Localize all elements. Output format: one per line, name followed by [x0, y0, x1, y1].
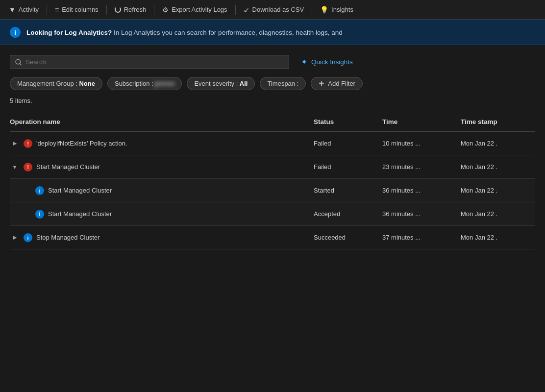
row-expand-icon-1[interactable]: ▶: [10, 139, 20, 148]
search-box[interactable]: [10, 55, 289, 69]
cell-status-3: Started: [310, 182, 378, 199]
filter-value-subscription: j••••••••: [155, 80, 174, 87]
add-filter-icon: [318, 80, 325, 87]
cell-operation-5: ▶ i Stop Managed Cluster: [10, 228, 310, 247]
toolbar-divider-3: [154, 5, 154, 15]
toolbar: ▼ Activity ≡ Edit columns Refresh ⚙ Expo…: [0, 0, 545, 20]
cell-operation-2: ▼ ! Start Managed Cluster: [10, 157, 310, 177]
cell-operation-1: ▶ ! 'deployIfNotExists' Policy action.: [10, 134, 310, 153]
operation-name-3: Start Managed Cluster: [48, 187, 112, 194]
download-icon: ↙: [244, 6, 249, 14]
info-icon: i: [10, 27, 21, 38]
table-header: Operation name Status Time Time stamp: [10, 112, 535, 132]
col-header-timestamp: Time stamp: [457, 116, 535, 127]
items-count: 5 items.: [10, 97, 535, 104]
toolbar-divider-4: [235, 5, 236, 15]
cell-timestamp-5: Mon Jan 22 .: [457, 229, 535, 246]
status-icon-error-2: !: [24, 163, 32, 172]
cell-status-5: Succeeded: [310, 229, 378, 246]
status-icon-error-1: !: [24, 139, 32, 148]
row-expand-icon-5[interactable]: ▶: [10, 233, 20, 243]
row-expand-icon-2[interactable]: ▼: [10, 162, 20, 172]
table-row[interactable]: ▶ i Stop Managed Cluster Succeeded 37 mi…: [10, 226, 535, 249]
info-banner: i Looking for Log Analytics? In Log Anal…: [0, 20, 545, 45]
cell-timestamp-4: Mon Jan 22 .: [457, 205, 535, 222]
operation-name-5: Stop Managed Cluster: [36, 234, 99, 241]
main-content: ✦ Quick Insights Management Group : None…: [0, 45, 545, 249]
cell-status-4: Accepted: [310, 205, 378, 222]
status-icon-info-4: i: [35, 210, 44, 219]
cell-time-1: 10 minutes ...: [378, 135, 457, 152]
toolbar-divider-1: [47, 5, 47, 15]
toolbar-item-activity[interactable]: ▼ Activity: [4, 4, 44, 16]
cell-time-2: 23 minutes ...: [378, 158, 457, 175]
cell-timestamp-2: Mon Jan 22 .: [457, 158, 535, 175]
gear-icon: ⚙: [162, 6, 169, 14]
status-icon-info-3: i: [35, 186, 44, 195]
filter-pill-timespan[interactable]: Timespan :: [260, 77, 306, 90]
status-icon-info-5: i: [24, 233, 32, 242]
cell-operation-3: i Start Managed Cluster: [10, 181, 310, 200]
cell-time-5: 37 minutes ...: [378, 229, 457, 246]
activity-table: Operation name Status Time Time stamp ▶ …: [10, 112, 535, 249]
table-row[interactable]: ▶ ! 'deployIfNotExists' Policy action. F…: [10, 132, 535, 155]
toolbar-item-insights[interactable]: 💡 Insights: [315, 4, 358, 16]
search-icon: [15, 59, 22, 66]
columns-icon: ≡: [55, 6, 59, 14]
banner-title: Looking for Log Analytics?: [26, 29, 112, 36]
add-filter-label: Add Filter: [328, 80, 355, 87]
col-header-time: Time: [378, 116, 457, 127]
toolbar-item-refresh[interactable]: Refresh: [110, 4, 151, 15]
toolbar-label-download-csv: Download as CSV: [252, 6, 304, 13]
insights-icon: 💡: [320, 6, 328, 14]
cell-status-1: Failed: [310, 135, 378, 152]
add-filter-button[interactable]: Add Filter: [311, 77, 363, 90]
banner-body: In Log Analytics you can search for perf…: [112, 29, 343, 36]
cell-timestamp-1: Mon Jan 22 .: [457, 135, 535, 152]
search-input[interactable]: [25, 58, 284, 66]
toolbar-item-export[interactable]: ⚙ Export Activity Logs: [157, 4, 232, 16]
filter-pill-subscription[interactable]: Subscription : j••••••••: [107, 77, 182, 90]
filter-row: Management Group : None Subscription : j…: [10, 77, 535, 90]
bulb-icon: ✦: [301, 57, 307, 67]
banner-text: Looking for Log Analytics? In Log Analyt…: [26, 29, 343, 36]
svg-line-1: [20, 63, 22, 65]
quick-insights-button[interactable]: ✦ Quick Insights: [301, 57, 353, 67]
filter-pill-event-severity[interactable]: Event severity : All: [187, 77, 255, 90]
filter-value-management-group: None: [79, 80, 95, 87]
filter-value-event-severity: All: [240, 80, 248, 87]
toolbar-label-refresh: Refresh: [124, 6, 147, 13]
toolbar-divider-5: [312, 5, 312, 15]
operation-name-1: 'deployIfNotExists' Policy action.: [36, 140, 127, 147]
table-row[interactable]: ▼ ! Start Managed Cluster Failed 23 minu…: [10, 155, 535, 179]
chevron-down-icon: ▼: [9, 6, 16, 14]
cell-timestamp-3: Mon Jan 22 .: [457, 182, 535, 199]
quick-insights-label: Quick Insights: [311, 58, 353, 66]
cell-status-2: Failed: [310, 158, 378, 175]
toolbar-label-export: Export Activity Logs: [172, 6, 227, 13]
operation-name-4: Start Managed Cluster: [48, 210, 112, 218]
toolbar-label-insights: Insights: [331, 6, 353, 13]
cell-time-4: 36 minutes ...: [378, 205, 457, 222]
search-row: ✦ Quick Insights: [10, 55, 535, 69]
refresh-icon: [115, 6, 121, 13]
toolbar-label-activity: Activity: [19, 6, 39, 13]
filter-pill-management-group[interactable]: Management Group : None: [10, 77, 102, 90]
toolbar-item-edit-columns[interactable]: ≡ Edit columns: [50, 4, 103, 16]
table-row[interactable]: i Start Managed Cluster Started 36 minut…: [10, 179, 535, 202]
toolbar-item-download-csv[interactable]: ↙ Download as CSV: [239, 4, 309, 16]
toolbar-label-edit-columns: Edit columns: [62, 6, 98, 13]
col-header-status: Status: [310, 116, 378, 127]
cell-operation-4: i Start Managed Cluster: [10, 205, 310, 223]
cell-time-3: 36 minutes ...: [378, 182, 457, 199]
table-row[interactable]: i Start Managed Cluster Accepted 36 minu…: [10, 202, 535, 226]
col-header-operation: Operation name: [10, 116, 310, 127]
toolbar-divider-2: [106, 5, 107, 15]
operation-name-2: Start Managed Cluster: [36, 163, 100, 171]
